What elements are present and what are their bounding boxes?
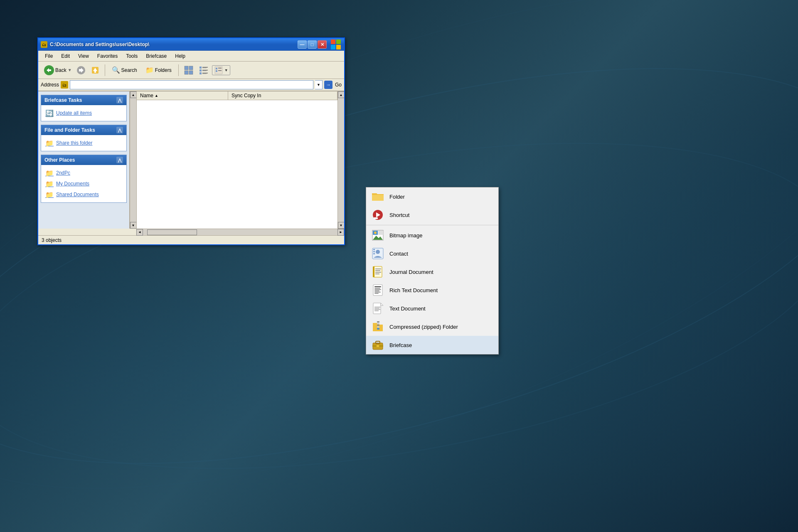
context-menu-contact[interactable]: Contact bbox=[366, 244, 498, 263]
other-places-header[interactable]: Other Places ⋀ bbox=[41, 155, 126, 165]
svg-rect-42 bbox=[373, 266, 374, 277]
other-places-collapse[interactable]: ⋀ bbox=[116, 157, 123, 163]
text-cm-icon bbox=[371, 302, 384, 315]
go-button[interactable]: Go bbox=[335, 82, 342, 88]
maximize-button[interactable]: □ bbox=[308, 40, 317, 49]
context-menu-richtext[interactable]: Rich Text Document bbox=[366, 281, 498, 299]
my-documents-link[interactable]: 📁 My Documents bbox=[43, 178, 125, 189]
briefcase-tasks-collapse[interactable]: ⋀ bbox=[116, 97, 123, 103]
update-all-label: Update all items bbox=[56, 110, 92, 116]
up-button[interactable] bbox=[89, 66, 101, 75]
menu-tools[interactable]: Tools bbox=[123, 52, 141, 60]
share-folder-icon: 📁 bbox=[45, 139, 54, 147]
svg-rect-39 bbox=[373, 251, 375, 252]
svg-rect-13 bbox=[189, 71, 193, 74]
folders-button[interactable]: 📁 Folders bbox=[142, 64, 175, 76]
left-panel: Briefcase Tasks ⋀ 🔄 Update all items Fil… bbox=[38, 91, 130, 229]
file-scroll-down-button[interactable]: ▼ bbox=[338, 222, 345, 229]
other-places-body: 📁 2ndPc 📁 My Documents 📁 Shared Document… bbox=[41, 165, 126, 202]
scroll-down-button[interactable]: ▼ bbox=[130, 222, 137, 229]
close-button[interactable]: ✕ bbox=[318, 40, 327, 49]
file-area-scrollbar[interactable]: ▲ ▼ bbox=[337, 91, 344, 229]
briefcase-tasks-header[interactable]: Briefcase Tasks ⋀ bbox=[41, 95, 126, 105]
svg-rect-62 bbox=[377, 323, 379, 324]
back-dropdown-icon[interactable]: ▼ bbox=[68, 68, 72, 72]
title-bar-left: 🗂 C:\Documents and Settings\user\Desktop… bbox=[41, 41, 149, 48]
context-menu-text[interactable]: Text Document bbox=[366, 299, 498, 318]
share-folder-button[interactable]: 📁 Share this folder bbox=[43, 138, 125, 148]
svg-rect-17 bbox=[200, 69, 202, 71]
sync-copy-in-column-header[interactable]: Sync Copy In bbox=[228, 91, 337, 100]
file-scroll-up-button[interactable]: ▲ bbox=[338, 91, 345, 98]
h-scroll-track bbox=[143, 229, 337, 235]
2ndpc-label: 2ndPc bbox=[56, 170, 70, 176]
toolbar-sep-2 bbox=[178, 64, 179, 76]
2ndpc-link[interactable]: 📁 2ndPc bbox=[43, 167, 125, 178]
name-column-label: Name bbox=[140, 93, 153, 99]
richtext-cm-label: Rich Text Document bbox=[389, 287, 438, 293]
zip-cm-icon bbox=[371, 320, 384, 333]
svg-point-34 bbox=[374, 232, 377, 234]
name-column-header[interactable]: Name ▲ bbox=[137, 91, 228, 100]
svg-rect-11 bbox=[189, 66, 193, 70]
update-all-icon: 🔄 bbox=[45, 109, 54, 117]
svg-rect-16 bbox=[202, 68, 207, 68]
svg-rect-0 bbox=[331, 39, 335, 44]
search-button[interactable]: 🔍 Search bbox=[108, 64, 140, 76]
menu-help[interactable]: Help bbox=[172, 52, 189, 60]
file-folder-tasks-body: 📁 Share this folder bbox=[41, 135, 126, 151]
context-menu-bitmap[interactable]: Bitmap image bbox=[366, 226, 498, 244]
file-folder-tasks-collapse[interactable]: ⋀ bbox=[116, 127, 123, 133]
context-menu-journal[interactable]: Journal Document bbox=[366, 263, 498, 281]
forward-button[interactable] bbox=[75, 66, 87, 75]
address-input[interactable] bbox=[70, 80, 313, 89]
svg-rect-18 bbox=[202, 70, 208, 71]
file-folder-tasks-header[interactable]: File and Folder Tasks ⋀ bbox=[41, 125, 126, 135]
svg-rect-3 bbox=[336, 45, 341, 49]
update-all-items-button[interactable]: 🔄 Update all items bbox=[43, 108, 125, 118]
svg-rect-14 bbox=[200, 66, 202, 69]
svg-rect-70 bbox=[377, 345, 379, 347]
menu-favorites[interactable]: Favorites bbox=[94, 52, 121, 60]
context-menu-zip[interactable]: Compressed (zipped) Folder bbox=[366, 318, 498, 336]
svg-rect-40 bbox=[373, 253, 375, 254]
left-panel-container: Briefcase Tasks ⋀ 🔄 Update all items Fil… bbox=[38, 91, 136, 229]
view-dropdown-button[interactable]: ▼ bbox=[212, 65, 230, 75]
view-thumbnails-button[interactable] bbox=[182, 65, 195, 75]
zip-cm-label: Compressed (zipped) Folder bbox=[389, 324, 458, 330]
cm-separator-1 bbox=[366, 225, 498, 225]
bitmap-cm-icon bbox=[371, 229, 384, 242]
other-places-section: Other Places ⋀ 📁 2ndPc 📁 My Documents bbox=[41, 155, 127, 203]
context-menu-briefcase[interactable]: Briefcase bbox=[366, 336, 498, 354]
svg-rect-49 bbox=[374, 288, 380, 289]
back-label: Back bbox=[55, 67, 66, 73]
contact-cm-label: Contact bbox=[389, 251, 408, 257]
minimize-button[interactable]: — bbox=[298, 40, 307, 49]
svg-rect-53 bbox=[374, 293, 379, 294]
journal-cm-label: Journal Document bbox=[389, 269, 433, 275]
menu-briefcase[interactable]: Briefcase bbox=[143, 52, 170, 60]
h-scroll-thumb[interactable] bbox=[147, 229, 197, 235]
context-menu-folder[interactable]: Folder bbox=[366, 187, 498, 206]
menu-edit[interactable]: Edit bbox=[58, 52, 73, 60]
title-buttons: — □ ✕ bbox=[298, 40, 327, 49]
h-scroll-left-button[interactable]: ◄ bbox=[136, 229, 143, 236]
menu-file[interactable]: File bbox=[42, 52, 56, 60]
window-title: C:\Documents and Settings\user\Desktop\ bbox=[50, 42, 149, 47]
context-menu-shortcut[interactable]: Shortcut bbox=[366, 206, 498, 224]
svg-rect-12 bbox=[185, 71, 188, 74]
menu-view[interactable]: View bbox=[75, 52, 92, 60]
scroll-up-button[interactable]: ▲ bbox=[130, 91, 137, 98]
h-scroll-right-button[interactable]: ► bbox=[337, 229, 344, 236]
context-menu: Folder Shortcut Bitmap image bbox=[366, 187, 499, 355]
vertical-scrollbar[interactable]: ▲ ▼ bbox=[130, 91, 136, 229]
toolbar-sep-1 bbox=[105, 64, 105, 76]
svg-rect-24 bbox=[216, 68, 217, 69]
back-button[interactable]: Back ▼ bbox=[41, 64, 73, 77]
view-list-button[interactable] bbox=[197, 65, 210, 75]
svg-rect-20 bbox=[200, 72, 202, 74]
shared-documents-link[interactable]: 📁 Shared Documents bbox=[43, 189, 125, 200]
address-dropdown-button[interactable]: ▼ bbox=[315, 80, 323, 89]
svg-rect-43 bbox=[375, 268, 381, 269]
folders-label: Folders bbox=[155, 67, 172, 73]
